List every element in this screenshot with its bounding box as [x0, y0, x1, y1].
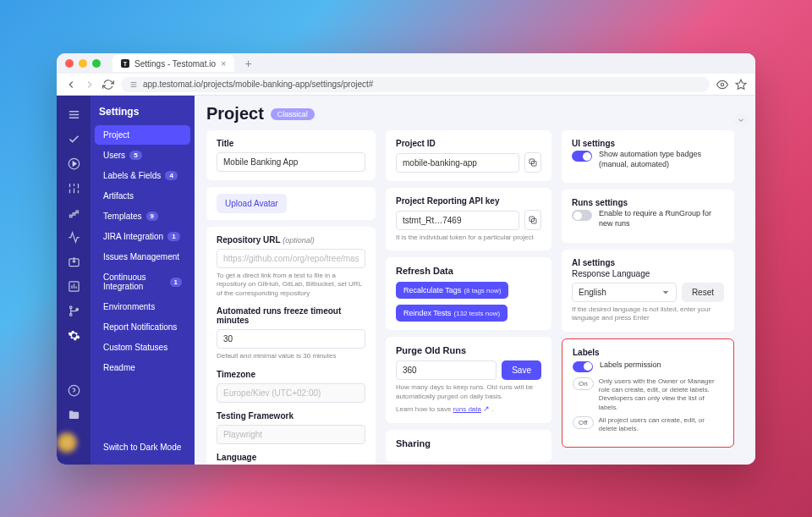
fw-input[interactable] — [217, 425, 365, 444]
badge: 4 — [165, 171, 177, 180]
sidebar-item-readme[interactable]: Readme — [95, 358, 190, 377]
menu-icon[interactable] — [57, 102, 91, 127]
title-label: Title — [217, 139, 365, 148]
svg-point-0 — [721, 83, 724, 86]
api-help: It is the individual token for a particu… — [396, 234, 541, 242]
page-title: Project — [206, 104, 264, 124]
repo-input[interactable] — [217, 249, 365, 268]
upload-avatar-button[interactable]: Upload Avatar — [217, 194, 287, 213]
sidebar-item-report-notifications[interactable]: Report Notifications — [95, 317, 190, 337]
pid-input[interactable] — [396, 153, 519, 173]
star-icon[interactable] — [735, 79, 747, 91]
ai-settings-title: AI settings — [572, 258, 724, 267]
off-pill: Off — [573, 416, 594, 429]
api-label: Project Reporting API key — [396, 196, 541, 206]
freeze-input[interactable] — [217, 329, 365, 349]
minimize-window-button[interactable] — [79, 59, 87, 68]
svg-marker-6 — [73, 162, 76, 166]
eye-icon[interactable] — [716, 79, 728, 91]
play-circle-icon[interactable] — [57, 151, 91, 176]
sidebar-item-jira-integration[interactable]: JIRA Integration1 — [95, 227, 190, 246]
rungroup-toggle[interactable] — [572, 210, 592, 221]
new-tab-button[interactable]: + — [244, 57, 251, 70]
labels-perm-toggle[interactable] — [573, 361, 593, 372]
site-settings-icon — [129, 80, 138, 89]
settings-sidebar: Settings ProjectUsers5Labels & Fields4Ar… — [91, 96, 195, 465]
dark-mode-toggle[interactable]: Switch to Dark Mode — [95, 437, 190, 457]
reindex-tests-button[interactable]: Reindex Tests(132 tests now) — [396, 305, 508, 322]
fw-label: Testing Framework — [217, 411, 365, 421]
pulse-icon[interactable] — [57, 225, 91, 250]
tz-label: Timezone — [217, 370, 365, 379]
maximize-window-button[interactable] — [92, 59, 101, 68]
off-text: All project users can create, edit, or d… — [599, 416, 723, 434]
sliders-icon[interactable] — [57, 176, 91, 201]
svg-point-18 — [69, 306, 72, 309]
freeze-label: Automated runs freeze timeout minutes — [217, 306, 365, 325]
badge: 1 — [170, 278, 182, 287]
svg-marker-1 — [736, 80, 746, 89]
sidebar-item-custom-statuses[interactable]: Custom Statuses — [95, 338, 190, 357]
resp-lang-select[interactable]: English — [572, 283, 677, 302]
purge-title: Purge Old Runs — [396, 345, 541, 355]
branch-icon[interactable] — [57, 299, 91, 323]
resp-lang-label: Response Language — [572, 269, 724, 278]
badge: 1 — [167, 232, 179, 241]
purge-help: How many days to keep runs. Old runs wil… — [396, 383, 541, 401]
project-type-chip: Classical — [271, 108, 315, 120]
on-pill: On — [573, 377, 594, 390]
check-icon[interactable] — [57, 127, 91, 151]
lang-label: Language — [217, 453, 365, 462]
reset-lang-button[interactable]: Reset — [682, 283, 724, 302]
sidebar-item-issues-management[interactable]: Issues Management — [95, 247, 190, 267]
tab-title: Settings - Testomat.io — [134, 59, 216, 69]
runs-settings-title: Runs settings — [572, 198, 724, 207]
freeze-help: Default and minimal value is 30 minutes — [217, 352, 365, 360]
close-window-button[interactable] — [65, 59, 74, 68]
folder-icon[interactable] — [57, 403, 91, 427]
forward-icon[interactable] — [84, 79, 96, 91]
import-icon[interactable] — [57, 250, 91, 274]
purge-input[interactable] — [396, 360, 497, 380]
badges-label: Show automation type badges (manual, aut… — [599, 150, 724, 169]
steps-icon[interactable] — [57, 201, 91, 225]
chevron-down-icon[interactable] — [734, 113, 748, 127]
sidebar-item-labels-fields[interactable]: Labels & Fields4 — [95, 166, 190, 185]
runs-data-link[interactable]: runs data — [453, 405, 481, 413]
analytics-icon[interactable] — [57, 274, 91, 299]
refresh-title: Refresh Data — [396, 266, 541, 276]
close-tab-icon[interactable]: × — [221, 58, 226, 69]
copy-api-button[interactable] — [524, 210, 541, 230]
repo-help: To get a direct link from a test to file… — [217, 272, 365, 298]
pid-label: Project ID — [396, 139, 541, 148]
title-input[interactable] — [217, 152, 365, 172]
sidebar-item-users[interactable]: Users5 — [95, 146, 190, 165]
sidebar-item-templates[interactable]: Templates9 — [95, 206, 190, 226]
reload-icon[interactable] — [102, 79, 114, 91]
sidebar-title: Settings — [91, 102, 195, 124]
help-icon[interactable] — [57, 378, 91, 403]
ui-settings-title: UI settings — [572, 139, 724, 148]
sidebar-item-continuous-integration[interactable]: Continuous Integration1 — [95, 267, 190, 296]
api-input[interactable] — [396, 211, 519, 230]
sidebar-item-project[interactable]: Project — [95, 125, 190, 145]
icon-rail — [57, 96, 91, 465]
sidebar-item-environments[interactable]: Environments — [95, 297, 190, 316]
back-icon[interactable] — [65, 79, 77, 91]
save-purge-button[interactable]: Save — [502, 360, 541, 380]
copy-pid-button[interactable] — [524, 152, 541, 173]
purge-learn: Learn how to save runs data ↗ . — [396, 404, 541, 415]
sidebar-item-artifacts[interactable]: Artifacts — [95, 186, 190, 206]
url-box[interactable]: app.testomat.io/projects/mobile-banking-… — [121, 77, 710, 92]
avatar[interactable] — [57, 432, 77, 453]
tz-input[interactable] — [217, 383, 365, 403]
window-titlebar: T Settings - Testomat.io × + — [57, 53, 755, 74]
url-text: app.testomat.io/projects/mobile-banking-… — [143, 80, 373, 89]
badge: 9 — [146, 212, 158, 221]
recalc-tags-button[interactable]: Recalculate Tags(8 tags now) — [396, 282, 508, 299]
gear-icon[interactable] — [57, 323, 91, 348]
repo-label: Repository URL (optional) — [217, 235, 365, 245]
rungroup-label: Enable to require a RunGroup for new run… — [599, 209, 724, 228]
badges-toggle[interactable] — [572, 151, 592, 162]
browser-tab[interactable]: T Settings - Testomat.io × — [112, 55, 234, 72]
